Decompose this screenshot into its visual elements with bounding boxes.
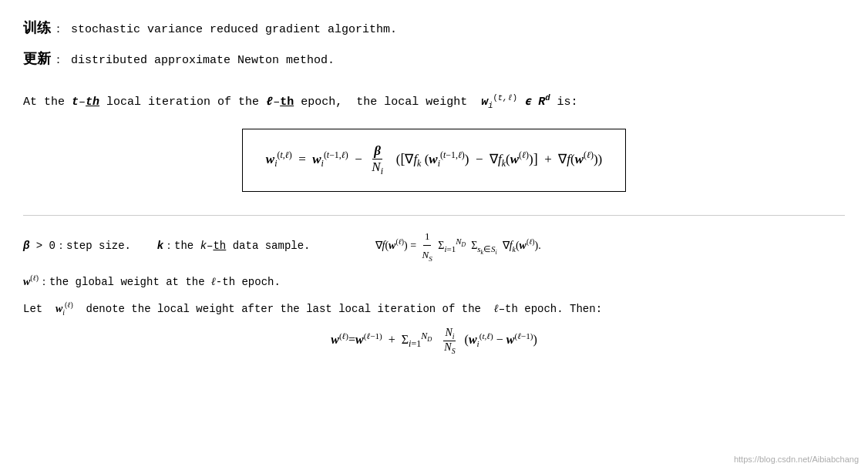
horizontal-divider (23, 215, 845, 216)
let-line: Let wi(ℓ) denote the local weight after … (23, 298, 845, 319)
bottom-credit: https://blog.csdn.net/Aibiabchang (734, 455, 859, 464)
nabla-formula: ∇f(w(ℓ)) = 1 NS Σi=1ND Σsk∈Si ∇fk(w(ℓ)). (375, 227, 541, 265)
update-colon: ： (52, 54, 64, 67)
training-colon: ： (52, 23, 64, 36)
beta-desc: β > 0：step size. (23, 237, 131, 256)
bottom-formula: w(ℓ)=w(ℓ−1) + Σi=1ND Ni NS (wi(t,ℓ) − w(… (331, 327, 537, 355)
t-variable: t (72, 96, 79, 109)
update-label: 更新 (23, 51, 51, 66)
update-text: distributed approximate Newton method. (64, 54, 335, 67)
main-formula: wi(t,ℓ) = wi(t−1,ℓ) − β Ni ([∇fk (wi(t−1… (266, 143, 602, 177)
w-ell-symbol: w(ℓ) (23, 276, 39, 287)
page-content: 训练： stochastic variance reduced gradient… (23, 15, 845, 355)
main-formula-container: wi(t,ℓ) = wi(t−1,ℓ) − β Ni ([∇fk (wi(t−1… (23, 121, 845, 200)
iteration-description: At the t–th local iteration of the ℓ–th … (23, 91, 845, 113)
beta-k-line: β > 0：step size. k：the k–th data sample.… (23, 227, 845, 265)
training-text: stochastic variance reduced gradient alg… (64, 23, 397, 36)
th-text: th (86, 96, 99, 109)
k-desc: k：the k–th data sample. (157, 237, 311, 256)
th-text2: th (280, 96, 294, 109)
bottom-formula-container: w(ℓ)=w(ℓ−1) + Σi=1ND Ni NS (wi(t,ℓ) − w(… (23, 327, 845, 355)
global-weight-line: w(ℓ)：the global weight at the ℓ-th epoch… (23, 271, 845, 292)
training-line: 训练： stochastic variance reduced gradient… (23, 15, 845, 40)
ell-variable: ℓ (266, 96, 273, 109)
update-line: 更新： distributed approximate Newton metho… (23, 46, 845, 71)
main-formula-box: wi(t,ℓ) = wi(t−1,ℓ) − β Ni ([∇fk (wi(t−1… (242, 129, 626, 192)
training-label: 训练 (23, 20, 51, 35)
